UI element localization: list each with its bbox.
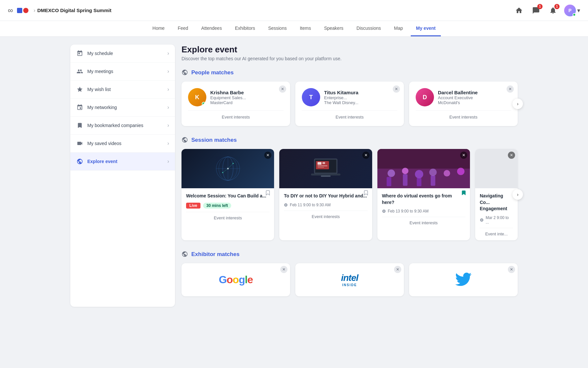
dismiss-session-3-button[interactable]: ✕ <box>508 152 515 159</box>
session-title-2: Where do virtual events go from here? <box>382 193 465 206</box>
avatar-dropdown-icon[interactable]: ▾ <box>577 7 580 14</box>
nav-attendees[interactable]: Attendees <box>196 21 227 36</box>
online-status-dot <box>573 13 576 16</box>
session-body-2: Where do virtual events go from here? Fe… <box>377 188 470 225</box>
bookmark-session-1-button[interactable] <box>363 190 369 197</box>
svg-rect-18 <box>321 175 331 177</box>
sidebar-item-explore-event[interactable]: Explore event › <box>70 153 175 171</box>
exhibitor-card-0: ✕ Google <box>182 263 290 296</box>
person-card-2: ✕ D Darcel Ballentine Account Executive … <box>409 82 518 126</box>
event-interests-session-1-button[interactable]: Event interests <box>284 211 367 219</box>
online-dot-0 <box>202 102 206 106</box>
notifications-button[interactable]: 1 <box>547 5 559 16</box>
sidebar-item-my-schedule[interactable]: My schedule › <box>70 45 175 63</box>
person-role-2: Account Executive <box>438 95 478 100</box>
svg-rect-29 <box>417 178 421 186</box>
person-company-0: MasterCard <box>210 100 246 105</box>
nav-sessions[interactable]: Sessions <box>263 21 292 36</box>
dismiss-session-2-button[interactable]: ✕ <box>460 152 467 159</box>
exhibitor-card-2: ✕ <box>409 263 518 296</box>
dismiss-person-1-button[interactable]: ✕ <box>393 85 400 93</box>
nav-exhibitors[interactable]: Exhibitors <box>230 21 260 36</box>
people-matches-header: People matches <box>182 69 518 76</box>
people-matches-title: People matches <box>191 69 233 76</box>
person-company-1: The Walt Disney... <box>324 100 358 105</box>
person-name-0: Krishna Barbe <box>210 90 246 95</box>
person-info-1: Titus Kitamura Enterprise... The Walt Di… <box>324 90 358 105</box>
bookmark-session-0-button[interactable] <box>265 190 271 197</box>
sidebar-item-my-bookmarked-companies[interactable]: My bookmarked companies › <box>70 117 175 135</box>
nav-items[interactable]: Items <box>295 21 316 36</box>
session-matches-title: Session matches <box>191 137 237 143</box>
exhibitor-matches-section: Exhibitor matches ✕ Google ✕ intel INSID… <box>182 251 518 296</box>
topbar: ∞ › DMEXCO Digital Spring Summit 1 1 P ▾ <box>0 0 588 21</box>
breadcrumb-event-name: DMEXCO Digital Spring Summit <box>37 8 112 13</box>
breadcrumb: › DMEXCO Digital Spring Summit <box>34 8 112 13</box>
bookmark-icon <box>76 122 83 129</box>
event-interests-session-0-button[interactable]: Event interests <box>186 212 269 220</box>
event-interests-session-3-button[interactable]: Event inte... <box>480 228 513 236</box>
topbar-actions: 1 1 P ▾ <box>513 5 580 16</box>
session-matches-header: Session matches <box>182 137 518 144</box>
exhibitor-matches-header: Exhibitor matches <box>182 251 518 258</box>
session-date-2: Feb 13 9:00 to 9:30 AM <box>382 209 465 213</box>
people-carousel-next-button[interactable]: › <box>512 99 523 109</box>
person-name-2: Darcel Ballentine <box>438 90 478 95</box>
session-card-1: ✕ To DIY or not to DIY Your Hybrid and..… <box>279 149 372 240</box>
svg-point-25 <box>443 170 450 176</box>
sidebar-label-my-saved-videos: My saved videos <box>87 141 164 146</box>
nav-discussions[interactable]: Discussions <box>351 21 386 36</box>
nav-map[interactable]: Map <box>389 21 408 36</box>
nav-feed[interactable]: Feed <box>172 21 193 36</box>
exhibitor-matches-grid: ✕ Google ✕ intel INSIDE ✕ <box>182 263 518 296</box>
google-logo: Google <box>219 274 253 286</box>
session-date-text-2: Feb 13 9:00 to 9:30 AM <box>388 209 429 213</box>
nav-home[interactable]: Home <box>147 21 170 36</box>
person-header-2: D Darcel Ballentine Account Executive Mc… <box>416 88 511 106</box>
home-button[interactable] <box>513 5 525 16</box>
dismiss-exhibitor-1-button[interactable]: ✕ <box>394 266 401 273</box>
session-title-0: Welcome Session: You Can Build a... <box>186 193 269 199</box>
svg-line-8 <box>228 163 233 169</box>
session-body-1: To DIY or not to DIY Your Hybrid and... … <box>279 188 372 219</box>
session-title-3: Navigating Co... Engagement <box>480 193 513 212</box>
sidebar-item-my-saved-videos[interactable]: My saved videos › <box>70 135 175 153</box>
time-badge-0: 30 mins left <box>203 203 231 209</box>
sidebar-item-my-networking[interactable]: My networking › <box>70 99 175 117</box>
dismiss-exhibitor-2-button[interactable]: ✕ <box>508 266 515 273</box>
messages-button[interactable]: 1 <box>530 5 542 16</box>
person-info-0: Krishna Barbe Equipment Sales... MasterC… <box>210 90 246 105</box>
sidebar-item-my-wish-list[interactable]: My wish list › <box>70 81 175 99</box>
page-title: Explore event <box>182 45 518 55</box>
person-company-2: McDonald's <box>438 100 478 105</box>
session-card-2: ✕ Where do virtual events go from here? … <box>377 149 470 240</box>
user-avatar-button[interactable]: P ▾ <box>564 5 580 16</box>
page-subtitle: Discover the top matches our AI generate… <box>182 56 518 61</box>
sidebar-item-my-meetings[interactable]: My meetings › <box>70 63 175 81</box>
dismiss-session-1-button[interactable]: ✕ <box>362 152 370 159</box>
meetings-icon <box>76 68 83 75</box>
session-date-1: Feb 11 9:00 to 9:30 AM <box>284 203 367 207</box>
sidebar: My schedule › My meetings › My wish list… <box>70 45 175 307</box>
bookmark-session-2-button[interactable] <box>461 190 467 197</box>
session-ai-icon <box>182 137 189 144</box>
nav-speakers[interactable]: Speakers <box>319 21 349 36</box>
person-card-1: ✕ T Titus Kitamura Enterprise... The Wal… <box>295 82 404 126</box>
session-date-text-1: Feb 11 9:00 to 9:30 AM <box>290 203 331 207</box>
event-interests-2-button[interactable]: Event interests <box>416 110 511 120</box>
dismiss-person-0-button[interactable]: ✕ <box>279 85 286 93</box>
logo-red-circle <box>23 8 28 13</box>
session-card-3: ✕ Navigating Co... Engagement Mar 2 9:00… <box>475 149 518 240</box>
person-header-0: K Krishna Barbe Equipment Sales... Maste… <box>188 88 284 106</box>
svg-line-9 <box>223 169 228 173</box>
event-interests-1-button[interactable]: Event interests <box>302 110 397 120</box>
event-interests-session-2-button[interactable]: Event interests <box>382 217 465 225</box>
nav-my-event[interactable]: My event <box>411 21 441 36</box>
live-badge-0: Live <box>186 203 200 209</box>
exhibitor-ai-icon <box>182 251 189 258</box>
messages-badge: 1 <box>537 4 543 9</box>
event-interests-0-button[interactable]: Event interests <box>188 110 284 120</box>
dismiss-exhibitor-0-button[interactable]: ✕ <box>280 266 287 273</box>
dismiss-person-2-button[interactable]: ✕ <box>507 85 514 93</box>
session-carousel-next-button[interactable]: › <box>512 189 523 200</box>
